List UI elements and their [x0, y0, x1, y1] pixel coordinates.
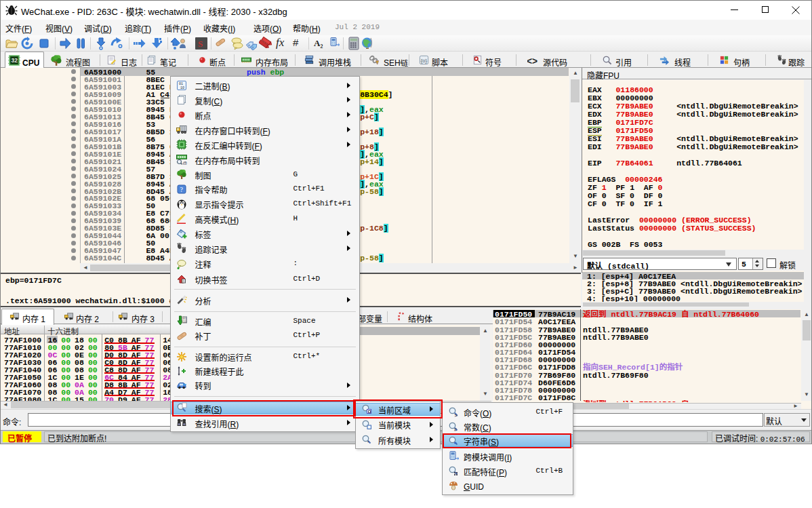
svg-text:?: ?: [180, 186, 183, 193]
svg-text:10: 10: [183, 320, 187, 324]
svg-text:!: !: [376, 60, 377, 64]
svg-text:S: S: [198, 39, 203, 49]
svg-text:@: @: [182, 159, 187, 165]
svg-text:n: n: [182, 278, 184, 283]
svg-text:10: 10: [180, 86, 184, 90]
svg-text:<>: <>: [527, 55, 537, 66]
svg-text:#: #: [454, 426, 457, 432]
svg-text:>: >: [454, 411, 458, 418]
svg-text:*: *: [367, 439, 369, 445]
svg-text:{o}: {o}: [421, 56, 428, 64]
svg-text:32: 32: [12, 56, 18, 64]
